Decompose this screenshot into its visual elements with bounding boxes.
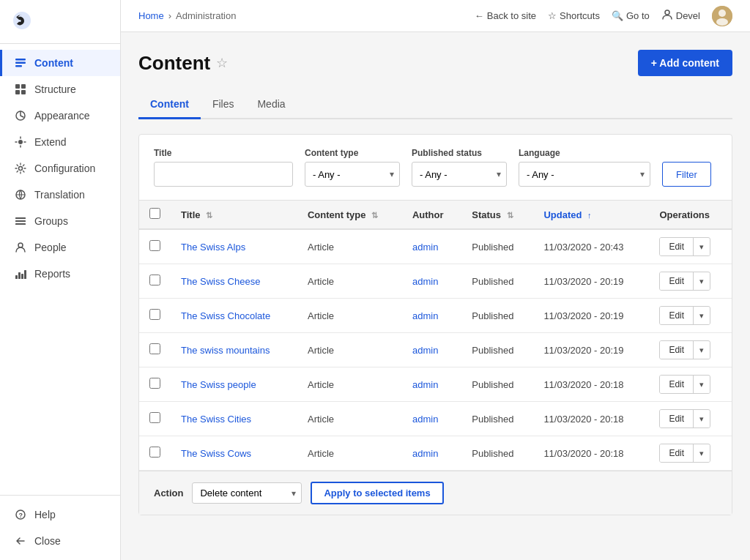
sidebar-item-people[interactable]: People [0,234,120,261]
row-author-link[interactable]: admin [412,379,438,390]
edit-dropdown-button[interactable]: ▾ [694,445,710,462]
published-status-select[interactable]: - Any - [412,162,507,187]
row-checkbox-6[interactable] [149,447,160,458]
svg-rect-3 [15,84,20,89]
sidebar-item-reports[interactable]: Reports [0,261,120,287]
row-checkbox-5[interactable] [149,412,160,423]
sidebar-item-label: Help [34,509,56,520]
sidebar-item-groups[interactable]: Groups [0,208,120,234]
tab-content[interactable]: Content [138,91,201,119]
edit-button[interactable]: Edit [660,444,694,462]
row-status-cell: Published [461,333,533,367]
row-title-link[interactable]: The Swiss Cheese [181,276,260,287]
title-filter-input[interactable] [154,162,293,187]
row-author-link[interactable]: admin [412,345,438,356]
page-title-wrap: Content ☆ [138,52,228,75]
filter-button[interactable]: Filter [662,162,711,187]
title-col-label: Title [181,209,201,220]
tab-files[interactable]: Files [201,91,246,119]
filter-group-content-type: Content type - Any - [305,148,400,187]
author-col-header: Author [402,201,461,229]
sidebar-item-close[interactable]: Close [0,528,120,554]
edit-button[interactable]: Edit [660,307,694,324]
edit-button[interactable]: Edit [660,341,694,359]
row-checkbox-0[interactable] [149,240,160,251]
status-col-header[interactable]: Status ⇅ [461,201,533,229]
add-content-button[interactable]: + Add content [638,50,732,76]
avatar[interactable] [712,6,732,26]
row-checkbox-cell [139,299,171,333]
row-title-cell: The swiss mountains [171,333,297,367]
sidebar-item-translation[interactable]: Translation [0,182,120,208]
row-title-link[interactable]: The Swiss Cows [181,448,251,459]
edit-dropdown-button[interactable]: ▾ [694,273,710,290]
sidebar-item-extend[interactable]: Extend [0,129,120,155]
row-author-link[interactable]: admin [412,310,438,321]
edit-button[interactable]: Edit [660,376,694,393]
table-row: The Swiss people Article admin Published… [139,367,732,402]
row-author-link[interactable]: admin [412,414,438,425]
content-table-section: Title ⇅ Content type ⇅ Author [139,201,732,471]
row-updated-cell: 11/03/2020 - 20:18 [533,367,649,402]
edit-dropdown-button[interactable]: ▾ [694,342,710,359]
edit-dropdown-button[interactable]: ▾ [694,376,710,393]
favorite-icon[interactable]: ☆ [216,55,228,71]
row-author-link[interactable]: admin [412,276,438,287]
edit-button[interactable]: Edit [660,272,694,290]
back-to-site-button[interactable]: ← Back to site [475,10,536,21]
apply-button[interactable]: Apply to selected items [311,482,443,504]
goto-button[interactable]: 🔍 Go to [612,10,650,21]
shortcuts-label: Shortcuts [560,10,600,21]
svg-rect-4 [21,84,26,89]
row-author-link[interactable]: admin [412,242,438,253]
row-title-link[interactable]: The Swiss people [181,379,256,390]
edit-dropdown-button[interactable]: ▾ [694,239,710,255]
main-content: Home › Administration ← Back to site ☆ S… [121,0,750,560]
close-icon [14,534,27,548]
sidebar-item-appearance[interactable]: Appearance [0,102,120,129]
sidebar-item-help[interactable]: ? Help [0,501,120,528]
user-menu-button[interactable]: Devel [661,9,700,23]
groups-icon [14,214,27,228]
table-row: The swiss mountains Article admin Publis… [139,333,732,367]
updated-col-header[interactable]: Updated ↑ [533,201,649,229]
filter-group-title: Title [154,148,293,187]
row-checkbox-1[interactable] [149,275,160,285]
configuration-icon [14,162,27,175]
content-type-col-header[interactable]: Content type ⇅ [297,201,402,229]
shortcuts-button[interactable]: ☆ Shortcuts [548,10,600,21]
sidebar-item-configuration[interactable]: Configuration [0,155,120,182]
table-header-row: Title ⇅ Content type ⇅ Author [139,201,732,229]
svg-rect-17 [21,274,23,279]
row-checkbox-4[interactable] [149,378,160,389]
back-arrow-icon: ← [475,10,484,21]
row-checkbox-2[interactable] [149,309,160,320]
breadcrumb-home[interactable]: Home [138,10,164,21]
row-title-link[interactable]: The Swiss Chocolate [181,310,270,321]
svg-rect-0 [15,59,26,61]
row-author-link[interactable]: admin [412,448,438,459]
row-title-link[interactable]: The swiss mountains [181,345,270,356]
edit-dropdown-button[interactable]: ▾ [694,307,710,324]
row-title-link[interactable]: The Swiss Cities [181,414,251,425]
title-col-header[interactable]: Title ⇅ [171,201,297,229]
tab-media[interactable]: Media [245,91,297,119]
row-checkbox-cell [139,264,171,299]
language-select-wrap: - Any - [519,162,650,187]
select-all-checkbox[interactable] [149,208,160,219]
edit-dropdown-button[interactable]: ▾ [694,411,710,428]
title-sort-icon: ⇅ [206,211,212,220]
edit-button[interactable]: Edit [660,410,694,428]
content-type-select[interactable]: - Any - [305,162,400,187]
language-select[interactable]: - Any - [519,162,650,187]
sidebar-item-content[interactable]: Content [0,50,120,76]
row-title-link[interactable]: The Swiss Alps [181,242,245,253]
extend-icon [14,135,27,149]
content-area: Content ☆ + Add content Content Files Me… [121,32,750,560]
operations-wrap: Edit ▾ [659,409,710,428]
edit-button[interactable]: Edit [660,238,694,255]
row-checkbox-3[interactable] [149,343,160,354]
sidebar-item-structure[interactable]: Structure [0,76,120,102]
published-status-label: Published status [412,148,507,158]
action-select[interactable]: Delete content [192,482,302,504]
